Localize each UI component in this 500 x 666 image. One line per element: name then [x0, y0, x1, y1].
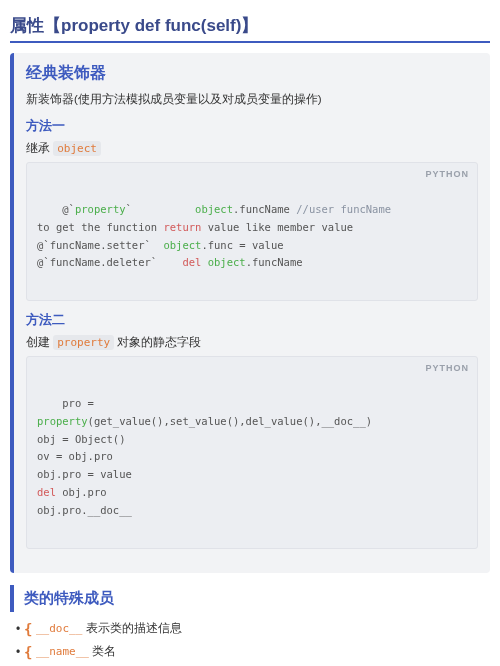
special-members-title: 类的特殊成员	[24, 589, 114, 606]
object-keyword: object	[53, 141, 101, 156]
list-item: {__doc__ 表示类的描述信息	[14, 620, 490, 638]
method2-code: pro = property(get_value(),set_value(),d…	[37, 397, 372, 516]
special-members-header: 类的特殊成员	[10, 585, 490, 612]
page-title: 属性【property def func(self)】	[10, 14, 490, 43]
card-title: 经典装饰器	[26, 63, 478, 84]
card-desc: 新装饰器(使用方法模拟成员变量以及对成员变量的操作)	[26, 92, 478, 107]
method2-intro: 创建 property 对象的静态字段	[26, 335, 478, 350]
method1-intro-prefix: 继承	[26, 142, 53, 154]
method1-code: @`property` object.funcName //user funcN…	[37, 203, 391, 269]
brace-icon: {	[24, 642, 32, 664]
method2-intro-suffix: 对象的静态字段	[114, 336, 201, 348]
member-list: {__doc__ 表示类的描述信息{__name__ 类名{__bases__ …	[10, 620, 490, 666]
property-keyword: property	[53, 335, 114, 350]
method1-intro: 继承 object	[26, 141, 478, 156]
decorator-card: 经典装饰器 新装饰器(使用方法模拟成员变量以及对成员变量的操作) 方法一 继承 …	[10, 53, 490, 573]
brace-icon: {	[24, 619, 32, 641]
lang-tag: PYTHON	[425, 167, 469, 182]
method2-intro-prefix: 创建	[26, 336, 53, 348]
method1-codeblock: PYTHON@`property` object.funcName //user…	[26, 162, 478, 301]
method1-title: 方法一	[26, 117, 478, 135]
list-item: {__name__ 类名	[14, 643, 490, 661]
method2-codeblock: PYTHONpro = property(get_value(),set_val…	[26, 356, 478, 549]
method2-title: 方法二	[26, 311, 478, 329]
lang-tag: PYTHON	[425, 361, 469, 376]
